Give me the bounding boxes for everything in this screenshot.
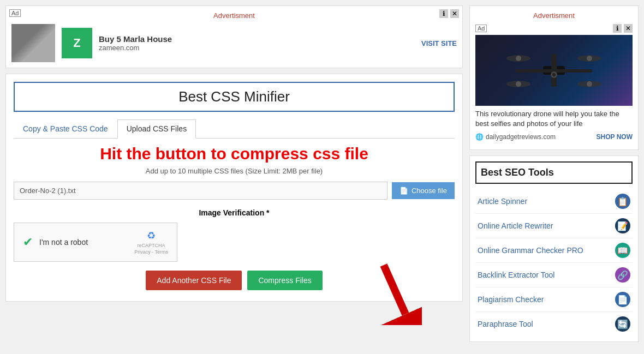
right-ad-close-button[interactable]: ✕ [624,24,633,33]
seo-list-item[interactable]: Plagiarism Checker 📄 [475,287,633,312]
robot-label: I'm not a robot [39,238,128,247]
seo-list-item[interactable]: Online Grammar Checker PRO 📖 [475,238,633,263]
svg-point-14 [552,73,556,76]
file-input-row: 📄 Choose file [14,182,455,200]
seo-title-bar: Best SEO Tools [475,161,633,184]
shop-now-link[interactable]: SHOP NOW [597,133,633,141]
top-ad-banner: Ad Advertisment ℹ ✕ Z Buy 5 Marla House … [5,5,463,68]
checkmark-icon: ✔ [23,235,33,249]
seo-tools-box: Best SEO Tools Article Spinner 📋 Online … [469,155,639,342]
seo-item-icon: 📋 [615,194,630,209]
right-ad-label: Ad [475,25,487,32]
right-ad-info-button[interactable]: ℹ [613,24,622,33]
red-arrow-icon [367,260,422,325]
right-column: Advertisment Ad ℹ ✕ [469,5,639,342]
svg-point-12 [587,81,592,87]
right-ad-footer: 🌐 dailygadgetreviews.com SHOP NOW [475,133,633,141]
svg-point-10 [587,56,592,61]
tool-title-bar: Best CSS Minifier [14,82,455,112]
globe-icon: 🌐 [475,133,484,141]
seo-item-label: Backlink Extractor Tool [478,271,554,279]
seo-list-item[interactable]: Backlink Extractor Tool 🔗 [475,263,633,287]
seo-item-icon: 📖 [615,243,630,258]
seo-item-icon: 🔗 [615,267,630,283]
right-ad-description: This revolutionary drone will help you t… [475,109,633,129]
instruction-text: Hit the button to compress css file [14,144,455,164]
right-ad-image [475,35,633,106]
seo-title: Best SEO Tools [481,167,627,178]
seo-item-icon: 🔄 [615,316,630,332]
ad-visit-site-link[interactable]: VISIT SITE [421,39,457,47]
add-css-file-button[interactable]: Add Another CSS File [146,271,242,290]
ad-info-button[interactable]: ℹ [439,9,448,18]
seo-item-label: Plagiarism Checker [478,295,544,304]
drone-svg [505,43,603,98]
seo-item-label: Online Grammar Checker PRO [478,246,583,255]
tab-bar: Copy & Paste CSS Code Upload CSS Files [14,119,455,139]
compress-files-button[interactable]: Compress Files [247,271,322,290]
choose-file-button[interactable]: 📄 Choose file [392,182,455,199]
right-ad-site: 🌐 dailygadgetreviews.com [475,133,556,141]
svg-point-11 [516,81,521,87]
seo-list-item[interactable]: Article Spinner 📋 [475,189,633,214]
verification-label: Image Verification * [14,208,455,217]
recaptcha-text: reCAPTCHA [138,243,165,248]
choose-file-label: Choose file [412,187,447,195]
right-ad-content: This revolutionary drone will help you t… [475,106,633,144]
seo-item-icon: 📝 [615,218,630,233]
seo-item-label: Online Article Rewriter [478,221,553,230]
seo-item-icon: 📄 [615,292,630,307]
seo-list-item[interactable]: Online Article Rewriter 📝 [475,214,633,238]
recaptcha-logo-icon: ♻ [147,230,156,242]
seo-item-label: Paraphrase Tool [478,320,533,328]
ad-product-name: Buy 5 Marla House [99,34,172,44]
seo-list-item[interactable]: Paraphrase Tool 🔄 [475,312,633,336]
recaptcha-box[interactable]: ✔ I'm not a robot ♻ reCAPTCHA Privacy - … [14,223,177,262]
ad-logo: Z [62,28,92,58]
tab-copy-paste[interactable]: Copy & Paste CSS Code [14,119,117,138]
ad-label: Ad [9,9,21,17]
ad-text-block: Buy 5 Marla House zameen.com [99,34,172,52]
seo-item-label: Article Spinner [478,197,527,206]
ad-close-button[interactable]: ✕ [450,9,459,18]
recaptcha-links: Privacy - Terms [134,249,168,255]
left-column: Ad Advertisment ℹ ✕ Z Buy 5 Marla House … [5,5,463,342]
ad-header: Advertisment [11,11,457,20]
right-ad-header: Advertisment [475,11,633,20]
sub-instruction: Add up to 10 multiple CSS files (Size Li… [14,167,455,175]
svg-line-1 [384,265,406,314]
recaptcha-logo-area: ♻ reCAPTCHA Privacy - Terms [134,230,168,255]
arrow-container: Add Another CSS File Compress Files [14,271,455,290]
tool-title: Best CSS Minifier [20,88,448,105]
tool-box: Best CSS Minifier Copy & Paste CSS Code … [5,74,463,302]
right-ad-banner: Advertisment Ad ℹ ✕ [469,5,639,150]
tab-upload[interactable]: Upload CSS Files [117,119,196,139]
seo-tools-list: Article Spinner 📋 Online Article Rewrite… [470,189,638,341]
ad-property-image [11,24,55,62]
file-icon: 📄 [399,187,408,195]
file-name-input[interactable] [14,182,387,200]
ad-site-name: zameen.com [99,44,172,52]
svg-point-9 [516,56,521,61]
verification-section: Image Verification * ✔ I'm not a robot ♻… [14,208,455,262]
svg-rect-4 [551,54,557,87]
